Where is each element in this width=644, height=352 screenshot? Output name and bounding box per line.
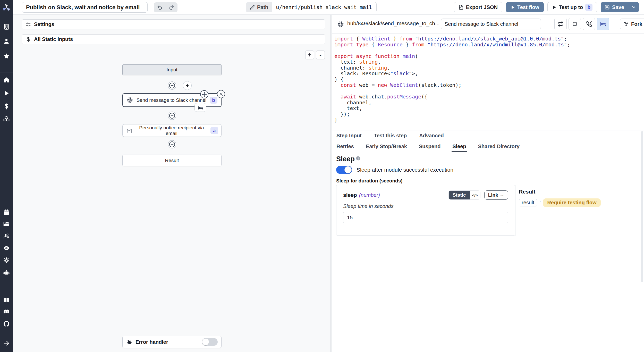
repeat-icon — [557, 21, 564, 27]
code-line — [334, 47, 644, 53]
colon: : — [539, 200, 541, 206]
code-mode-button[interactable]: </> — [470, 191, 480, 199]
export-json-button[interactable]: Export JSON — [454, 2, 502, 12]
discord-icon[interactable] — [3, 308, 10, 315]
tab-shared-directory[interactable]: Shared Directory — [478, 141, 520, 152]
insert-step-button[interactable] — [168, 112, 176, 120]
chevron-down-icon — [631, 5, 636, 10]
star-icon[interactable] — [3, 53, 10, 60]
move-node-button[interactable] — [200, 90, 208, 98]
zoom-in-button[interactable]: + — [305, 51, 314, 59]
runs-play-icon[interactable] — [3, 90, 10, 97]
save-label: Save — [612, 4, 624, 10]
step-tabs-secondary: RetriesEarly Stop/BreakSuspendSleepShare… — [332, 141, 644, 152]
export-json-label: Export JSON — [466, 4, 498, 10]
dollar-icon — [26, 37, 31, 42]
docs-book-icon[interactable] — [3, 296, 10, 304]
undo-button[interactable] — [154, 2, 166, 12]
tab-early-stop-break[interactable]: Early Stop/Break — [366, 141, 407, 152]
windmill-flow-editor: Path u/henri/publish_slack_wait_mail Exp… — [0, 0, 644, 352]
save-button[interactable]: Save — [601, 2, 628, 12]
error-handler-toggle[interactable] — [202, 338, 218, 346]
slack-icon — [337, 21, 344, 28]
variables-dollar-icon[interactable] — [3, 103, 10, 110]
sleep-field-type: (number) — [359, 192, 380, 198]
resources-boxes-icon[interactable] — [3, 115, 10, 123]
redo-button[interactable] — [166, 2, 177, 12]
windmill-logo-icon[interactable] — [0, 3, 13, 13]
tab-retries[interactable]: Retries — [336, 141, 354, 152]
static-mode-button[interactable]: Static — [449, 191, 470, 199]
code-editor[interactable]: import { WebClient } from "https://deno.… — [332, 34, 644, 130]
code-line: import type { Resource } from "https://d… — [334, 42, 644, 48]
tab-suspend[interactable]: Suspend — [419, 141, 440, 152]
all-static-inputs-row[interactable]: All Static Inputs — [22, 34, 325, 44]
file-export-icon — [459, 5, 464, 10]
tab-sleep[interactable]: Sleep — [452, 141, 466, 152]
hub-script-path[interactable]: hub/849/slack/send_message_to_ch... — [347, 20, 439, 27]
workers-robot-icon[interactable] — [3, 269, 10, 276]
flow-node-email[interactable]: Personally notice recipient via email a — [122, 124, 222, 137]
flow-settings-row[interactable]: Settings — [22, 19, 325, 29]
folders-icon[interactable] — [3, 221, 10, 228]
audit-eye-icon[interactable] — [3, 245, 10, 252]
test-up-to-button[interactable]: Test up to b — [547, 2, 597, 12]
panel-scrollbar[interactable] — [641, 131, 643, 282]
error-handler-row[interactable]: Error handler — [122, 336, 222, 348]
square-icon — [572, 21, 578, 27]
info-icon[interactable] — [356, 156, 361, 161]
sleep-heading-label: Sleep — [336, 155, 355, 163]
home-icon[interactable] — [3, 76, 10, 83]
insert-step-button[interactable] — [168, 140, 176, 148]
sleep-field-title: sleep(number) — [343, 192, 380, 198]
code-line: await web.chat.postMessage({ — [334, 94, 644, 100]
retries-icon-button[interactable] — [554, 18, 567, 30]
workspace-icon[interactable] — [3, 23, 10, 30]
sleep-seconds-input[interactable] — [343, 212, 508, 223]
code-line: ) { — [334, 77, 644, 82]
zoom-out-button[interactable]: - — [316, 51, 325, 59]
flow-node-slack-id-badge: b — [210, 97, 217, 104]
fork-button[interactable]: Fork — [620, 19, 644, 29]
sleep-form: sleep(number) Static </> Link → Sleep ti… — [336, 185, 639, 236]
save-icon — [605, 5, 610, 10]
result-key-pill: result — [519, 199, 537, 206]
sleep-field-name: sleep — [343, 192, 357, 198]
sleep-toggle-row: Sleep after module successful execution — [336, 165, 453, 174]
save-dropdown-button[interactable] — [628, 2, 639, 12]
code-line: text, — [334, 105, 644, 111]
sleep-toggle[interactable] — [336, 166, 352, 174]
code-line: text: string, — [334, 59, 644, 65]
tab-test-this-step[interactable]: Test this step — [374, 130, 407, 141]
flow-node-input[interactable]: Input — [122, 64, 222, 75]
delete-node-button[interactable] — [217, 90, 225, 98]
github-icon[interactable] — [3, 320, 10, 327]
sidebar — [0, 0, 13, 352]
user-icon[interactable] — [3, 38, 10, 45]
tab-step-input[interactable]: Step Input — [336, 130, 362, 141]
fork-label: Fork — [631, 21, 642, 27]
trigger-bolt-button[interactable] — [183, 81, 192, 90]
undo-redo-group — [154, 2, 177, 12]
suspend-icon-button[interactable] — [583, 18, 595, 30]
groups-icon[interactable] — [3, 232, 10, 240]
sleep-icon-button[interactable] — [597, 18, 609, 30]
schedules-calendar-icon[interactable] — [3, 209, 10, 216]
test-flow-button[interactable]: Test flow — [506, 2, 544, 12]
step-summary-input[interactable] — [441, 19, 541, 29]
flow-node-result[interactable]: Result — [122, 155, 222, 166]
panel-splitter[interactable] — [330, 15, 332, 352]
result-warning-badge: Require testing flow — [543, 198, 600, 207]
flow-graph-panel: Settings All Static Inputs + - Input Sen… — [13, 15, 330, 352]
insert-step-button[interactable] — [168, 81, 176, 90]
flow-title-input[interactable] — [22, 2, 148, 13]
flow-node-email-id-badge: a — [210, 127, 218, 134]
sleep-indicator-bed-icon[interactable] — [194, 103, 206, 112]
pencil-icon — [250, 5, 255, 10]
link-button[interactable]: Link → — [484, 190, 508, 200]
collapse-arrow-icon[interactable] — [3, 340, 10, 347]
tab-advanced[interactable]: Advanced — [419, 130, 444, 141]
settings-gear-icon[interactable] — [3, 257, 10, 264]
path-edit-button[interactable]: Path — [246, 2, 272, 12]
early-stop-icon-button[interactable] — [569, 18, 581, 30]
